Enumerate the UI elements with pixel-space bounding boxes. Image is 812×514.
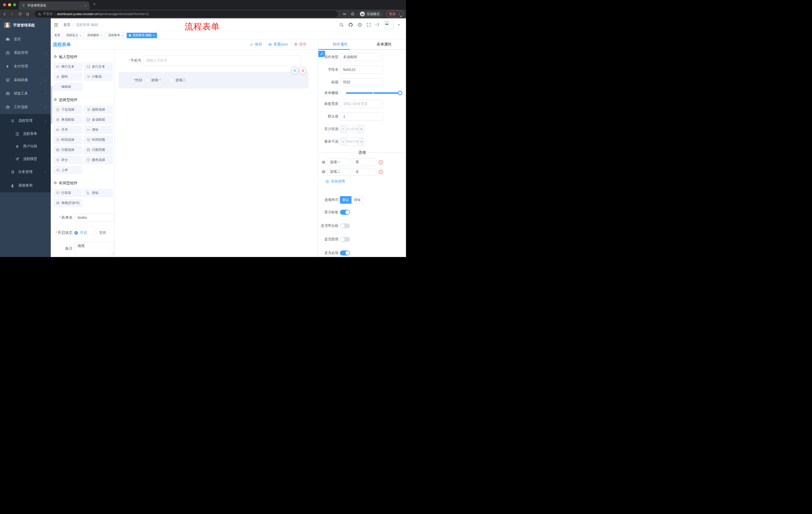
stepper-increase-button[interactable]: + (358, 125, 364, 133)
window-zoom-button[interactable] (13, 3, 16, 6)
sidebar-item-研发工具[interactable]: 研发工具 (0, 87, 51, 100)
avatar-caret-icon[interactable]: ▼ (398, 24, 400, 26)
component-type-select[interactable]: 多选框组 (340, 53, 383, 61)
tag-流程表单[interactable]: 流程表单× (106, 33, 125, 38)
status-on-label[interactable]: 开启 (80, 231, 87, 235)
remove-option-button[interactable] (378, 160, 383, 165)
drag-handle-icon[interactable] (322, 160, 326, 164)
palette-item-上传[interactable]: 上传 (53, 166, 82, 174)
sidebar-item-用户分组[interactable]: 用户分组 (0, 140, 51, 153)
palette-item-多选框组[interactable]: 多选框组 (84, 115, 113, 124)
palette-item-按钮[interactable]: 按钮 (84, 189, 113, 197)
font-size-icon[interactable]: TT (375, 22, 380, 27)
sidebar-logo[interactable]: 芋道管理系统 (0, 19, 51, 31)
tag-流程模型[interactable]: 流程模型× (85, 33, 104, 38)
palette-scrollbar[interactable] (51, 50, 53, 257)
option-value-input[interactable]: 男 (353, 158, 376, 166)
password-key-icon[interactable] (343, 12, 347, 16)
tag-流程定义[interactable]: 流程定义× (64, 33, 83, 38)
stepper-increase-button[interactable]: + (358, 138, 364, 145)
gender-checkbox-选项一[interactable]: 选项一 (145, 78, 162, 82)
status-off-label[interactable]: 关闭 (99, 231, 106, 235)
sidebar-fold-icon[interactable] (54, 23, 58, 27)
sidebar-item-支付管理[interactable]: ¥ 支付管理 (0, 60, 51, 73)
tab-component-props[interactable]: 组件属性 (318, 39, 362, 49)
duplicate-field-button[interactable] (291, 67, 298, 75)
tag-close-icon[interactable]: × (100, 34, 102, 37)
slider-handle[interactable] (398, 91, 402, 95)
form-grid-slider[interactable] (346, 91, 400, 95)
checkbox-icon[interactable] (145, 78, 149, 82)
palette-item-时间选择[interactable]: 时间选择 (53, 136, 82, 144)
palette-item-下拉选择[interactable]: 下拉选择 (53, 105, 82, 114)
resize-grip[interactable] (111, 252, 113, 254)
max-select-input[interactable]: 最多可选 (346, 138, 358, 145)
bookmark-star-icon[interactable] (350, 12, 355, 16)
palette-item-评分[interactable]: 评分 (53, 156, 82, 164)
sidebar-item-工作流程[interactable]: 工作流程 (0, 100, 51, 114)
palette-item-滑块[interactable]: 滑块 (84, 126, 113, 134)
clear-button[interactable]: 清空 (294, 42, 307, 47)
palette-item-编辑器[interactable]: 编辑器 (53, 82, 82, 91)
tag-close-icon[interactable]: × (80, 34, 81, 37)
field-name-input[interactable]: field122 (340, 65, 383, 74)
tag-close-icon[interactable]: × (122, 34, 123, 37)
checkbox-icon[interactable] (170, 78, 173, 82)
back-icon[interactable] (2, 12, 6, 16)
breadcrumb-home[interactable]: 首页 (63, 23, 70, 27)
github-icon[interactable] (348, 22, 353, 27)
gender-checkbox-选项二[interactable]: 选项二 (170, 78, 186, 82)
search-icon[interactable] (339, 23, 344, 27)
tab-form-props[interactable]: 表单属性 (362, 39, 406, 49)
home-icon[interactable] (26, 12, 30, 16)
reload-icon[interactable] (18, 12, 22, 16)
palette-item-单行文本[interactable]: 单行文本 (53, 62, 82, 71)
stepper-decrease-button[interactable]: − (340, 138, 346, 145)
toggle-是否带边框[interactable] (340, 223, 350, 228)
palette-item-多行文本[interactable]: 多行文本 (84, 62, 113, 71)
fullscreen-icon[interactable] (367, 23, 371, 27)
palette-item-密码[interactable]: 密码 (53, 73, 82, 81)
style-default-button[interactable]: 默认 (340, 196, 351, 204)
sidebar-item-系统管理[interactable]: 系统管理 (0, 46, 51, 60)
form-canvas[interactable]: *手机号 请输入手机号 *性别 选项一选项二 (115, 50, 318, 257)
palette-item-开关[interactable]: 开关 (53, 126, 82, 134)
window-controls[interactable] (3, 3, 16, 6)
tab-close-icon[interactable] (84, 4, 87, 7)
min-select-input[interactable]: 至少应选 (346, 125, 358, 133)
sidebar-item-流程模型[interactable]: 流程模型 (0, 153, 51, 165)
label-width-input[interactable]: 请输入标签宽度 (340, 100, 383, 108)
address-bar[interactable]: 不安全 dashboard.yudao.iocoder.cn/bpm/manag… (34, 10, 338, 17)
title-input[interactable]: 性别 (340, 78, 383, 86)
new-tab-button[interactable] (92, 2, 96, 6)
delete-field-button[interactable] (299, 67, 307, 75)
palette-item-表格[开发中][interactable]: 表格[开发中] (53, 199, 82, 207)
palette-item-颜色选择[interactable]: 颜色选择 (84, 156, 113, 164)
palette-item-级联选择[interactable]: 级联选择 (84, 105, 113, 114)
toggle-是否禁用[interactable] (340, 237, 350, 242)
save-button[interactable]: 保存 (250, 42, 262, 47)
palette-item-单选框组[interactable]: 单选框组 (53, 115, 82, 124)
gender-field-selected[interactable]: *性别 选项一选项二 (119, 72, 309, 88)
sidebar-item-流程表单[interactable]: 流程表单 (0, 128, 51, 140)
window-close-button[interactable] (3, 3, 6, 6)
palette-item-计数器[interactable]: 123计数器 (84, 73, 113, 81)
palette-item-时间范围[interactable]: 时间范围 (84, 136, 113, 144)
link-collapse-tab[interactable] (318, 51, 325, 57)
palette-item-日期选择[interactable]: 日期选择 (53, 145, 82, 154)
option-label-input[interactable]: 选项二 (327, 168, 351, 175)
status-on-radio[interactable] (75, 231, 78, 235)
stepper-decrease-button[interactable]: − (340, 125, 346, 133)
browser-tab[interactable]: 芋道管理系统 (19, 1, 89, 9)
palette-scrollbar-thumb[interactable] (51, 85, 52, 124)
default-value-input[interactable]: 1 (340, 112, 383, 120)
toggle-是否必填[interactable] (340, 250, 350, 255)
status-off-radio[interactable] (93, 231, 97, 235)
sidebar-item-流程管理[interactable]: 流程管理 (0, 114, 51, 128)
tag-首页[interactable]: 首页 (52, 33, 63, 38)
tag-流程表单-编辑[interactable]: 流程表单-编辑× (127, 33, 157, 38)
add-option-button[interactable]: 添加选项 (325, 179, 406, 184)
form-name-input[interactable]: biubiu (75, 213, 114, 222)
sidebar-item-首页[interactable]: 首页 (0, 32, 51, 46)
help-icon[interactable] (357, 23, 362, 27)
